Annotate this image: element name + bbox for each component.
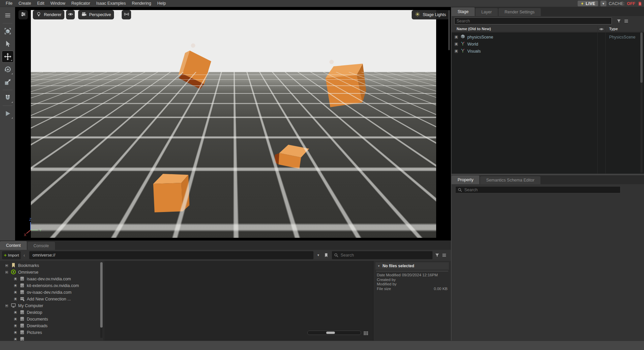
item-label[interactable]: Desktop [27,310,42,315]
stage-tab-render-settings[interactable]: Render Settings [499,8,541,16]
property-tab-semantics-schema-editor[interactable]: Semantics Schema Editor [480,176,540,184]
prim-name[interactable]: physicsScene [467,35,493,40]
viewport-render-area[interactable] [31,10,436,238]
details-header[interactable]: ▼ No files selected [375,262,449,270]
item-label[interactable]: kit-extensions.ov.nvidia.com [27,283,79,288]
name-column-header[interactable]: Name (Old to New) [457,27,491,31]
import-button[interactable]: + Import [2,251,21,259]
item-label[interactable]: My Computer [18,303,43,308]
menu-item-edit[interactable]: Edit [34,1,48,6]
rotate-tool-button[interactable] [1,63,14,76]
stage-scrollbar[interactable] [640,32,643,173]
content-tree-item-documents[interactable]: +Documents [0,316,104,323]
select-tool-button[interactable] [1,38,14,50]
content-tree-item-item[interactable]: + [0,336,104,341]
expand-icon[interactable]: + [13,337,17,341]
move-tool-button[interactable] [2,51,14,63]
bookmark-icon[interactable] [324,251,329,259]
stage-row-visuals[interactable]: +Visuals [452,48,644,55]
property-search[interactable] [455,186,621,193]
viewport-settings-button[interactable] [18,10,28,19]
menu-item-help[interactable]: Help [154,1,169,6]
expand-icon[interactable]: + [13,284,17,288]
stage-row-world[interactable]: +World [452,41,644,48]
expand-icon[interactable]: + [13,297,17,301]
stage-row-physicsscene[interactable]: +physicsScenePhysicsScene [452,33,644,41]
item-label[interactable]: Omniverse [18,270,38,275]
grid-view-icon[interactable] [363,331,368,336]
content-tree-item-my-computer[interactable]: −My Computer [0,302,104,309]
expand-icon[interactable]: + [13,290,17,294]
stage-filter-icon[interactable] [617,17,621,24]
thumbnail-size-slider[interactable] [307,331,361,335]
content-tab-content[interactable]: Content [0,241,27,250]
content-search-input[interactable] [341,253,430,258]
stage-column-headers[interactable]: Name (Old to New) Type [452,26,644,32]
expand-icon[interactable]: + [454,42,458,46]
expand-icon[interactable]: + [454,49,458,53]
menu-item-isaac-examples[interactable]: Isaac Examples [93,1,129,6]
content-filter-icon[interactable] [435,251,440,259]
content-tree-item-ov-isaac-dev-nvidia-com[interactable]: +ov-isaac-dev.nvidia.com [0,289,104,296]
scale-tool-button[interactable] [1,76,14,88]
expand-icon[interactable]: + [13,324,17,328]
item-label[interactable]: ov-isaac-dev.nvidia.com [27,290,71,295]
live-button[interactable]: LIVE [578,1,598,6]
slider-thumb[interactable] [326,332,335,334]
stage-search[interactable] [454,17,612,24]
prim-name[interactable]: World [467,42,478,47]
item-label[interactable]: Bookmarks [18,263,39,268]
path-field[interactable] [29,251,313,259]
camera-button[interactable]: Perspective [78,10,114,19]
stage-tab-stage[interactable]: Stage [452,7,475,16]
menu-item-rendering[interactable]: Rendering [129,1,154,6]
menu-item-replicator[interactable]: Replicator [68,1,93,6]
content-tree-item-pictures[interactable]: +Pictures [0,329,104,336]
visibility-column-icon[interactable] [599,27,604,31]
stage-search-input[interactable] [457,19,609,23]
expand-icon[interactable]: − [5,270,9,274]
content-tree-item-omniverse[interactable]: −Omniverse [0,269,104,276]
expand-icon[interactable]: + [454,35,458,39]
path-dropdown-button[interactable]: ▼ [317,251,320,259]
toolbar-menu-icon[interactable] [1,9,14,22]
content-tree-scrollbar[interactable] [100,262,103,338]
expand-toolbar-button[interactable] [113,11,119,19]
type-column-header[interactable]: Type [609,27,618,31]
select-mode-tool-button[interactable] [1,25,14,38]
stage-tab-layer[interactable]: Layer [475,8,498,16]
renderer-button[interactable]: Renderer [33,10,64,19]
menu-item-create[interactable]: Create [15,1,34,6]
expand-icon[interactable]: − [5,304,9,308]
item-label[interactable]: isaac-dev.ov.nvidia.com [27,277,71,281]
menu-item-window[interactable]: Window [47,1,68,6]
content-options-icon[interactable] [442,251,447,259]
expand-icon[interactable]: + [13,277,17,281]
path-input[interactable] [33,253,310,258]
item-label[interactable]: Downloads [27,324,48,328]
content-tree-item-isaac-dev-ov-nvidia-com[interactable]: +isaac-dev.ov.nvidia.com [0,276,104,282]
stage-options-icon[interactable] [624,17,629,24]
live-dropdown-button[interactable]: ▼ [600,1,606,6]
file-grid-area[interactable] [104,261,373,341]
expand-icon[interactable]: + [13,317,17,321]
play-tool-button[interactable] [1,107,14,120]
menu-item-file[interactable]: File [3,1,15,6]
expand-icon[interactable]: + [13,331,17,335]
stage-lights-button[interactable]: Stage Lights [412,10,449,19]
content-tree-item-bookmarks[interactable]: −Bookmarks [0,262,104,269]
content-search[interactable] [332,251,432,259]
item-label[interactable]: Add New Connection ... [27,297,71,301]
item-label[interactable]: Pictures [27,330,42,335]
prim-name[interactable]: Visuals [467,49,481,54]
capture-button[interactable] [122,10,131,19]
property-tab-property[interactable]: Property [452,176,479,184]
visibility-button[interactable] [66,10,75,19]
content-tree-item-downloads[interactable]: +Downloads [0,323,104,329]
content-tab-console[interactable]: Console [27,242,55,250]
content-tree-item-add-new-connection[interactable]: +Add New Connection ... [0,296,104,302]
snap-tool-button[interactable] [1,91,14,104]
content-tree-item-desktop[interactable]: +Desktop [0,309,104,316]
back-button[interactable]: ‹ [23,251,25,259]
property-search-input[interactable] [464,188,618,192]
